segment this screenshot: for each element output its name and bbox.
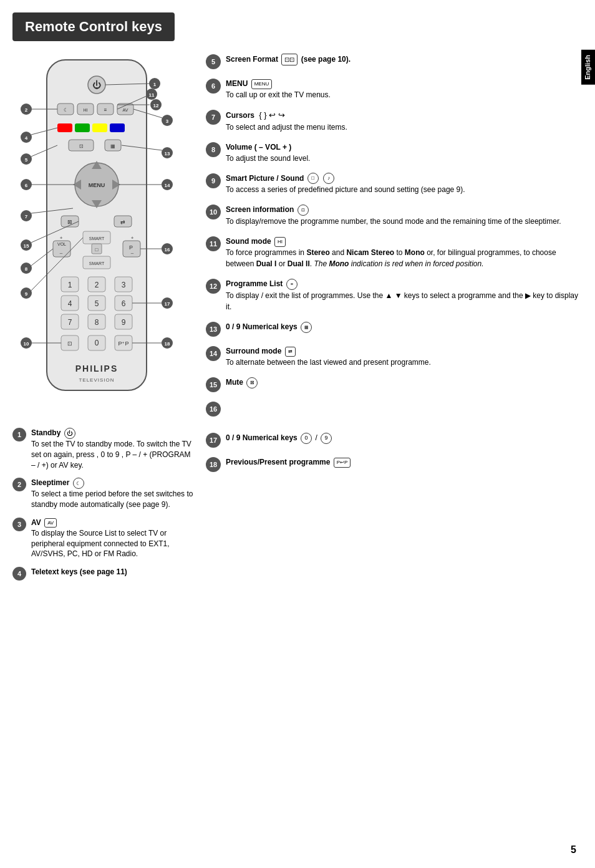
svg-text:11: 11: [149, 92, 155, 98]
svg-text:1: 1: [153, 82, 157, 87]
desc-text-2: Sleeptimer ☾ To select a time period bef…: [31, 478, 193, 510]
svg-text:14: 14: [165, 183, 170, 188]
right-item-5: 5 Screen Format ⊡⊡ (see page 10).: [206, 54, 583, 69]
svg-text:+: +: [60, 235, 63, 241]
right-item-7: 7 Cursors { } ↩ ↪ To select and adjust t…: [206, 109, 583, 133]
svg-text:0: 0: [95, 339, 99, 347]
right-item-17: 17 0 / 9 Numerical keys 0 / 9: [206, 432, 583, 448]
desc-num-4: 4: [12, 567, 26, 581]
svg-text:16: 16: [165, 247, 170, 253]
desc-text-4: Teletext keys (see page 11): [31, 567, 127, 577]
svg-text:18: 18: [165, 341, 170, 347]
svg-text:4: 4: [25, 135, 28, 141]
right-text-5: Screen Format ⊡⊡ (see page 10).: [226, 54, 351, 65]
right-num-10: 10: [206, 205, 221, 219]
left-descriptions: 1 Standby ⏻ To set the TV to standby mod…: [12, 428, 193, 581]
right-text-15: Mute ⊠: [226, 377, 259, 388]
remote-control-diagram: ⏻ ☾ HI ≡ AV: [12, 54, 181, 415]
svg-rect-12: [75, 123, 90, 132]
svg-text:⊡: ⊡: [67, 340, 72, 347]
right-text-6: MENU MENU To call up or exit the TV menu…: [226, 78, 331, 100]
svg-text:2: 2: [95, 281, 99, 289]
right-item-18: 18 Previous/Present programme P↩P: [206, 456, 583, 472]
svg-text:SMART: SMART: [89, 236, 105, 241]
right-column: 5 Screen Format ⊡⊡ (see page 10). 6 MENU…: [206, 54, 583, 588]
svg-text:10: 10: [24, 341, 29, 347]
svg-text:□: □: [95, 247, 99, 253]
right-text-10: Screen information ⊡ To display/remove t…: [226, 204, 561, 227]
desc-item-4: 4 Teletext keys (see page 11): [12, 567, 193, 581]
svg-text:9: 9: [122, 318, 126, 327]
page-title: Remote Control keys: [12, 12, 175, 41]
right-num-14: 14: [206, 346, 221, 361]
right-num-13: 13: [206, 322, 221, 337]
desc-item-2: 2 Sleeptimer ☾ To select a time period b…: [12, 478, 193, 510]
svg-text:VOL: VOL: [57, 242, 66, 246]
svg-text:AV: AV: [123, 108, 128, 112]
desc-text-1: Standby ⏻ To set the TV to standby mode.…: [31, 428, 193, 470]
right-num-12: 12: [206, 279, 221, 294]
right-text-18: Previous/Present programme P↩P: [226, 456, 352, 468]
right-num-9: 9: [206, 173, 221, 188]
right-num-15: 15: [206, 377, 221, 392]
svg-text:2: 2: [25, 107, 28, 113]
right-item-16: 16: [206, 401, 583, 423]
right-num-7: 7: [206, 110, 221, 125]
right-text-14: Surround mode ⇄ To alternate between the…: [226, 345, 431, 368]
right-text-8: Volume ( – VOL + ) To adjust the sound l…: [226, 142, 310, 164]
svg-text:⏻: ⏻: [92, 80, 101, 90]
page-number: 5: [571, 844, 576, 856]
svg-rect-14: [110, 123, 125, 132]
right-item-11: 11 Sound mode HI To force programmes in …: [206, 236, 583, 269]
desc-num-1: 1: [12, 428, 26, 441]
svg-text:P⁺P: P⁺P: [118, 340, 128, 347]
svg-text:5: 5: [25, 157, 28, 163]
svg-text:–: –: [60, 250, 63, 256]
svg-text:HI: HI: [84, 108, 88, 112]
desc-num-2: 2: [12, 478, 26, 491]
right-num-16: 16: [206, 402, 221, 417]
right-num-6: 6: [206, 79, 221, 94]
right-item-9: 9 Smart Picture / Sound □ ♪ To access a …: [206, 173, 583, 196]
svg-text:15: 15: [24, 243, 29, 249]
svg-text:7: 7: [68, 318, 72, 327]
svg-text:6: 6: [25, 183, 28, 188]
svg-text:+: +: [131, 235, 134, 241]
right-item-12: 12 Programme List ≡ To display / exit th…: [206, 278, 583, 312]
svg-text:☾: ☾: [64, 107, 68, 113]
right-text-12: Programme List ≡ To display / exit the l…: [226, 278, 583, 312]
desc-num-3: 3: [12, 518, 26, 531]
right-num-11: 11: [206, 236, 221, 251]
svg-text:⇄: ⇄: [120, 219, 125, 225]
svg-text:PHILIPS: PHILIPS: [75, 364, 118, 374]
right-text-9: Smart Picture / Sound □ ♪ To access a se…: [226, 173, 465, 196]
svg-text:17: 17: [165, 301, 170, 307]
right-item-14: 14 Surround mode ⇄ To alternate between …: [206, 345, 583, 368]
desc-text-3: AV AV To display the Source List to sele…: [31, 518, 193, 559]
svg-text:5: 5: [95, 299, 99, 308]
right-item-8: 8 Volume ( – VOL + ) To adjust the sound…: [206, 142, 583, 164]
right-text-11: Sound mode HI To force programmes in Ste…: [226, 236, 583, 269]
right-item-15: 15 Mute ⊠: [206, 377, 583, 392]
left-column: ⏻ ☾ HI ≡ AV: [12, 54, 193, 588]
page-container: English Remote Control keys ⏻ ☾: [0, 0, 595, 868]
right-item-6: 6 MENU MENU To call up or exit the TV me…: [206, 78, 583, 100]
language-tab: English: [581, 50, 595, 85]
svg-rect-13: [92, 123, 107, 132]
svg-text:3: 3: [122, 281, 126, 289]
svg-text:4: 4: [68, 299, 72, 308]
svg-text:MENU: MENU: [89, 182, 105, 188]
svg-text:≡: ≡: [104, 107, 107, 113]
svg-text:TELEVISION: TELEVISION: [79, 377, 114, 383]
svg-text:13: 13: [165, 151, 170, 157]
right-num-18: 18: [206, 457, 221, 472]
right-text-7: Cursors { } ↩ ↪ To select and adjust the…: [226, 109, 347, 133]
remote-svg: ⏻ ☾ HI ≡ AV: [12, 54, 181, 415]
svg-rect-11: [57, 123, 72, 132]
svg-text:1: 1: [68, 281, 72, 289]
svg-text:SMART: SMART: [89, 261, 105, 266]
right-item-10: 10 Screen information ⊡ To display/remov…: [206, 204, 583, 227]
right-text-13: 0 / 9 Numerical keys ▦: [226, 321, 313, 333]
svg-text:⊡: ⊡: [79, 143, 84, 149]
main-content: ⏻ ☾ HI ≡ AV: [12, 54, 583, 588]
